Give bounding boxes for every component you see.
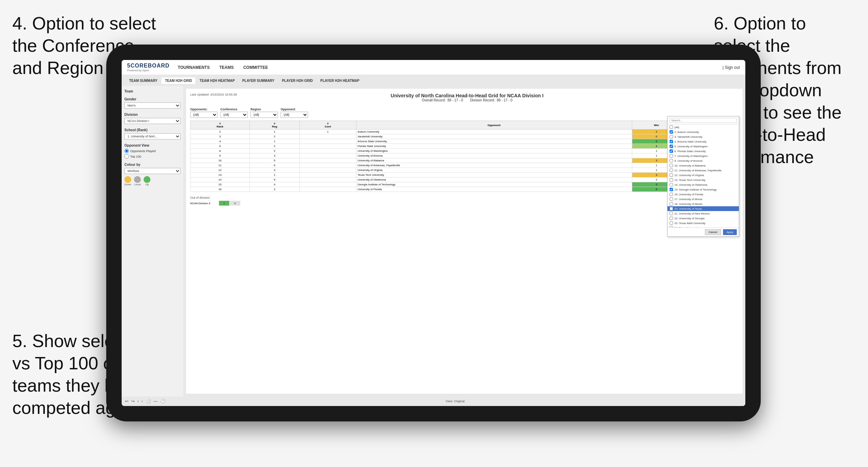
ncaa-loss-bar: 0 (230, 201, 240, 206)
school-select[interactable]: 1. University of Nort... (124, 133, 181, 139)
nav-committee[interactable]: COMMITTEE (243, 64, 268, 71)
col-rank: #Rank (191, 121, 250, 130)
bottom-toolbar: ↩ ↪ ‹ › ⬜ — 🕐 View: Original (122, 396, 745, 406)
ncaa-bar-container: 1 0 (219, 201, 240, 206)
conference-filter: Conference (All) (220, 108, 248, 118)
dropdown-item[interactable]: 15. Georgia Institute of Technology (668, 187, 739, 192)
dropdown-list: (All)2. Auburn University3. Vanderbilt U… (668, 125, 739, 228)
dropdown-item[interactable]: 2. Auburn University (668, 130, 739, 134)
region-select[interactable]: (All) (250, 112, 278, 118)
cell-rank: 8 (191, 149, 250, 153)
cell-opponent: University of Virginia (356, 168, 632, 173)
cancel-button[interactable]: Cancel (705, 229, 721, 235)
radio-top-100[interactable]: Top 100 (124, 154, 181, 159)
opponent-view-section: Opponent View Opponents Played Top 100 (124, 144, 181, 159)
cell-rank: 6 (191, 144, 250, 149)
region-label: Region (250, 108, 278, 111)
dropdown-item[interactable]: 13. Texas Tech University (668, 177, 739, 182)
region-filter: Region (All) (250, 108, 278, 118)
table-row: 2 1 1 Auburn University 2 1 (191, 130, 738, 134)
dropdown-item[interactable]: 3. Vanderbilt University (668, 134, 739, 139)
logo-sub: Powered by Sport (127, 69, 170, 72)
cell-opponent: Auburn University (356, 130, 632, 134)
cell-conf (299, 173, 356, 177)
cell-reg: 2 (249, 144, 299, 149)
out-of-div-label: Out of division (190, 196, 738, 199)
dropdown-item[interactable]: 9. University of Arizona (668, 158, 739, 163)
redo-btn[interactable]: ↪ (131, 399, 135, 404)
cell-reg: 6 (249, 163, 299, 168)
apply-button[interactable]: Apply (723, 229, 737, 235)
cell-rank: 14 (191, 177, 250, 182)
opponent-select[interactable]: (All) (281, 112, 308, 118)
dropdown-item[interactable]: 7. University of Washington (668, 153, 739, 158)
opponents-label: Opponents: (190, 108, 218, 111)
dropdown-item[interactable]: 11. University of Arkansas, Fayetteville (668, 168, 739, 173)
nav-tournaments[interactable]: TOURNAMENTS (178, 64, 210, 71)
cell-reg: 2 (249, 149, 299, 153)
swatch-down: Down (124, 176, 131, 186)
dropdown-item[interactable]: 10. University of Alabama (668, 163, 739, 168)
sub-nav-team-summary[interactable]: TEAM SUMMARY (126, 77, 161, 84)
dropdown-item[interactable]: 20. University of Texas (668, 206, 739, 211)
copy-btn[interactable]: ⬜ (146, 399, 151, 404)
cell-rank: 9 (191, 153, 250, 158)
school-label: School (Rank) (124, 128, 181, 132)
dropdown-search-input[interactable] (670, 118, 737, 123)
dropdown-item[interactable]: 22. University of Georgia (668, 216, 739, 221)
col-conf: #Conf (299, 121, 356, 130)
view-label: View: Original (445, 400, 464, 403)
clock-btn[interactable]: 🕐 (160, 399, 166, 404)
cell-opponent: Texas Tech University (356, 173, 632, 177)
swatch-level: Level (134, 176, 141, 186)
dropdown-item[interactable]: 14. University of Oklahoma (668, 182, 739, 187)
dropdown-item[interactable]: 23. Texas A&M University (668, 221, 739, 225)
sub-nav-player-h2h-grid[interactable]: PLAYER H2H GRID (279, 77, 316, 84)
cell-conf (299, 134, 356, 139)
team-section: Team (124, 89, 181, 93)
dropdown-item[interactable]: 18. University of Illinois (668, 201, 739, 206)
table-row: 10 5 University of Alabama 3 0 (191, 158, 738, 163)
dropdown-item[interactable]: 12. University of Virginia (668, 173, 739, 177)
sidebar: Team Gender Men's Division NCAA Division… (122, 86, 183, 396)
division-select[interactable]: NCAA Division I (124, 118, 181, 124)
gender-label: Gender (124, 97, 181, 101)
sub-nav-team-h2h-grid[interactable]: TEAM H2H GRID (161, 77, 195, 84)
sub-nav-team-h2h-heatmap[interactable]: TEAM H2H HEATMAP (196, 77, 238, 84)
dropdown-item[interactable]: 4. Arizona State University (668, 139, 739, 144)
dash-btn[interactable]: — (154, 399, 158, 404)
nav-teams[interactable]: TEAMS (219, 64, 234, 71)
cell-conf (299, 177, 356, 182)
undo-btn[interactable]: ↩ (125, 399, 129, 404)
cell-conf (299, 158, 356, 163)
cell-rank: 15 (191, 182, 250, 187)
table-row: 9 3 University of Arizona 1 0 (191, 153, 738, 158)
nav-sign-out[interactable]: | Sign out (723, 65, 740, 70)
table-row: 15 4 Georgia Institute of Technology 5 1 (191, 182, 738, 187)
opponent-view-label: Opponent View (124, 144, 181, 147)
colour-select[interactable]: Win/loss (124, 168, 181, 174)
ncaa-label: NCAA Division II (190, 202, 218, 205)
dropdown-item[interactable]: 5. University of Washington (668, 144, 739, 149)
sub-nav-player-summary[interactable]: PLAYER SUMMARY (239, 77, 278, 84)
cell-reg: 4 (249, 182, 299, 187)
cell-opponent: University of Washington (356, 149, 632, 153)
back-btn[interactable]: ‹ (137, 399, 139, 404)
radio-opponents-played[interactable]: Opponents Played (124, 149, 181, 153)
table-row: 13 1 Texas Tech University 3 0 (191, 173, 738, 177)
cell-conf (299, 153, 356, 158)
sub-nav-player-h2h-heatmap[interactable]: PLAYER H2H HEATMAP (317, 77, 363, 84)
cell-rank: 2 (191, 130, 250, 134)
dropdown-item[interactable]: 6. Florida State University (668, 149, 739, 153)
dropdown-item[interactable]: (All) (668, 125, 739, 130)
forward-btn[interactable]: › (142, 399, 143, 404)
gender-select[interactable]: Men's (124, 102, 181, 109)
opponents-filter: Opponents: (All) (190, 108, 218, 118)
dropdown-item[interactable]: 16. University of Florida (668, 192, 739, 197)
dropdown-item[interactable]: 21. University of New Mexico (668, 211, 739, 216)
dropdown-item[interactable]: 17. University of Illinois (668, 197, 739, 201)
conference-select[interactable]: (All) (220, 112, 248, 118)
dropdown-buttons: Cancel Apply (668, 228, 739, 236)
opponents-select[interactable]: (All) (190, 112, 218, 118)
cell-conf: 1 (299, 130, 356, 134)
